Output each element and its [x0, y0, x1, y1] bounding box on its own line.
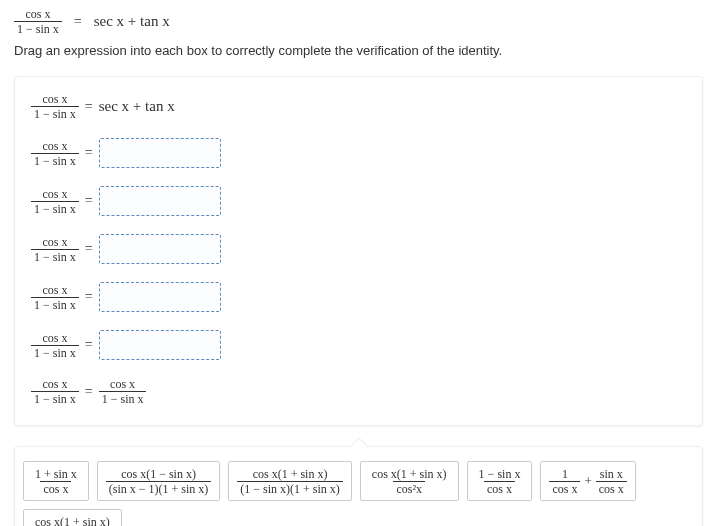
work-line-6: cos x 1 − sin x = [31, 330, 692, 360]
identity-eq: = [74, 14, 82, 30]
identity-lhs-num: cos x [22, 8, 53, 21]
drop-target-4[interactable] [99, 282, 221, 312]
work-line-1: cos x 1 − sin x = sec x + tan x [31, 93, 692, 120]
work-line-3: cos x 1 − sin x = [31, 186, 692, 216]
drop-target-2[interactable] [99, 186, 221, 216]
identity-expression: cos x 1 − sin x = sec x + tan x [0, 0, 717, 35]
drop-target-1[interactable] [99, 138, 221, 168]
work-line-5: cos x 1 − sin x = [31, 282, 692, 312]
work7-rhs: cos x 1 − sin x [99, 378, 147, 405]
verification-work-area: cos x 1 − sin x = sec x + tan x cos x 1 … [14, 76, 703, 426]
work1-rhs: sec x + tan x [99, 98, 175, 115]
identity-lhs-den: 1 − sin x [14, 21, 62, 35]
tile-7[interactable]: cos x(1 + sin x) 1 − sin²x [23, 509, 122, 526]
tile-palette: 1 + sin x cos x cos x(1 − sin x) (sin x … [14, 446, 703, 526]
tile-3[interactable]: cos x(1 + sin x) (1 − sin x)(1 + sin x) [228, 461, 352, 501]
work-line-4: cos x 1 − sin x = [31, 234, 692, 264]
drop-target-3[interactable] [99, 234, 221, 264]
tile-2[interactable]: cos x(1 − sin x) (sin x − 1)(1 + sin x) [97, 461, 221, 501]
work-line-7: cos x 1 − sin x = cos x 1 − sin x [31, 378, 692, 405]
instruction-text: Drag an expression into each box to corr… [0, 35, 717, 72]
tile-4[interactable]: cos x(1 + sin x) cos²x [360, 461, 459, 501]
tile-row-1: 1 + sin x cos x cos x(1 − sin x) (sin x … [23, 461, 694, 526]
identity-lhs-fraction: cos x 1 − sin x [14, 8, 62, 35]
tile-1[interactable]: 1 + sin x cos x [23, 461, 89, 501]
identity-rhs: sec x + tan x [94, 13, 170, 30]
tile-6[interactable]: 1 cos x + sin x cos x [540, 461, 635, 501]
work-line-2: cos x 1 − sin x = [31, 138, 692, 168]
tile-5[interactable]: 1 − sin x cos x [467, 461, 533, 501]
work1-lhs: cos x 1 − sin x [31, 93, 79, 120]
drop-target-5[interactable] [99, 330, 221, 360]
